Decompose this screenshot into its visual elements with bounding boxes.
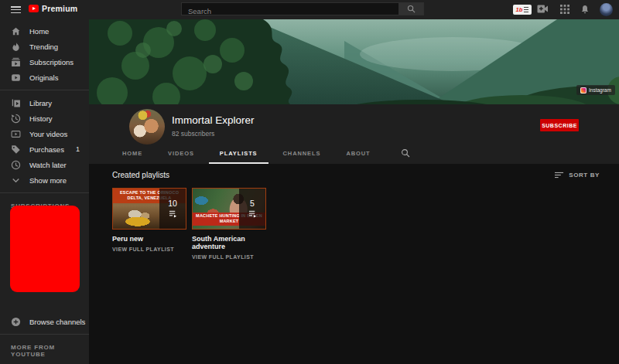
- home-icon: [11, 26, 21, 36]
- library-icon: [11, 98, 21, 108]
- playlists-content: Created playlists SORT BY ESCAPE TO THE …: [89, 164, 619, 364]
- channel-avatar[interactable]: [129, 109, 165, 145]
- notifications-bell-icon[interactable]: [580, 5, 590, 15]
- sidebar-item-browse-channels[interactable]: Browse channels: [0, 314, 89, 329]
- video-count: 10: [168, 199, 177, 208]
- sidebar-item-show-more[interactable]: Show more: [0, 172, 89, 188]
- sort-by-label: SORT BY: [569, 172, 600, 179]
- sort-by-button[interactable]: SORT BY: [555, 172, 600, 179]
- sidebar-label: Purchases: [29, 145, 64, 154]
- extension-menu-lines: [524, 7, 528, 12]
- subscribe-button[interactable]: SUBSCRIBE: [540, 119, 579, 131]
- search-icon: [401, 148, 410, 158]
- sidebar-item-your-videos[interactable]: Your videos: [0, 126, 89, 141]
- instagram-icon: [580, 87, 587, 94]
- tab-videos[interactable]: VIDEOS: [157, 142, 205, 164]
- sidebar-label: History: [29, 114, 53, 123]
- video-count-overlay: 5: [239, 189, 265, 229]
- sidebar-item-subscriptions[interactable]: Subscriptions: [0, 54, 89, 70]
- playlist-play-icon: [248, 209, 257, 219]
- extension-1b-icon[interactable]: 1b: [513, 5, 532, 15]
- sidebar-label: Watch later: [29, 161, 67, 169]
- redacted-subscriptions-block: [10, 206, 80, 292]
- sidebar-label: Browse channels: [29, 318, 85, 326]
- sidebar-item-purchases[interactable]: Purchases 1: [0, 141, 89, 157]
- view-full-playlist-link[interactable]: VIEW FULL PLAYLIST: [192, 254, 266, 260]
- purchases-count-badge: 1: [76, 145, 80, 153]
- view-full-playlist-link[interactable]: VIEW FULL PLAYLIST: [112, 247, 186, 252]
- channel-tabs: HOME VIDEOS PLAYLISTS CHANNELS ABOUT: [111, 142, 413, 164]
- sidebar-item-watch-later[interactable]: Watch later: [0, 157, 89, 172]
- sidebar-label: Originals: [29, 73, 59, 82]
- subscriber-count: 82 subscribers: [172, 130, 214, 138]
- section-title: Created playlists: [112, 171, 169, 179]
- tab-about[interactable]: ABOUT: [335, 142, 381, 164]
- sidebar-label: Your videos: [29, 130, 67, 138]
- sidebar-item-library[interactable]: Library: [0, 95, 89, 111]
- playlist-play-icon: [169, 209, 177, 219]
- watch-later-clock-icon: [11, 160, 21, 170]
- search-icon: [407, 5, 416, 13]
- sidebar-label: Trending: [29, 43, 58, 51]
- search-box: [181, 2, 399, 15]
- channel-header: Immortal Explorer 82 subscribers SUBSCRI…: [89, 104, 619, 164]
- playlist-card-peru-new[interactable]: ESCAPE TO THE ORINOCO DELTA, VENEZUELA 1…: [112, 188, 186, 260]
- video-count: 5: [250, 199, 255, 208]
- account-avatar[interactable]: [600, 3, 613, 16]
- playlist-card-south-american-adventure[interactable]: MACHETE HUNTING IN BELEN MARKET 5 South …: [192, 188, 266, 260]
- plus-circle-icon: [11, 317, 21, 327]
- purchases-tag-icon: [11, 145, 21, 155]
- youtube-play-logo-icon: [29, 5, 39, 12]
- instagram-link-badge[interactable]: Instagram: [576, 85, 615, 95]
- jungle-banner-art: [89, 19, 619, 104]
- playlist-cards: ESCAPE TO THE ORINOCO DELTA, VENEZUELA 1…: [112, 188, 266, 260]
- sidebar: Home Trending Subscriptions Originals Li…: [0, 19, 89, 364]
- channel-search-button[interactable]: [398, 142, 413, 164]
- sidebar-item-originals[interactable]: Originals: [0, 70, 89, 85]
- sidebar-label: Subscriptions: [29, 58, 74, 66]
- tab-home[interactable]: HOME: [111, 142, 153, 164]
- sidebar-label: Home: [29, 27, 49, 36]
- search-button[interactable]: [398, 2, 424, 15]
- logo-label: Premium: [42, 4, 77, 13]
- sidebar-label: Show more: [29, 176, 67, 185]
- search-input[interactable]: [182, 5, 411, 17]
- playlist-title[interactable]: South American adventure: [192, 235, 266, 250]
- more-from-youtube-header: MORE FROM YOUTUBE: [0, 339, 89, 362]
- sidebar-item-home[interactable]: Home: [0, 23, 89, 39]
- sidebar-item-trending[interactable]: Trending: [0, 39, 89, 54]
- tab-playlists[interactable]: PLAYLISTS: [209, 142, 268, 164]
- hamburger-menu-icon[interactable]: [11, 6, 21, 13]
- apps-grid-icon[interactable]: [560, 5, 569, 14]
- sidebar-divider: [0, 90, 89, 90]
- subscriptions-icon: [11, 57, 21, 67]
- originals-icon: [11, 73, 21, 83]
- youtube-app: Premium 1b Home Trending: [0, 0, 619, 364]
- channel-name: Immortal Explorer: [172, 114, 255, 126]
- extension-badge-label: 1b: [516, 6, 523, 13]
- youtube-premium-logo[interactable]: Premium: [29, 4, 77, 13]
- sidebar-item-history[interactable]: History: [0, 111, 89, 126]
- history-icon: [11, 114, 21, 124]
- chevron-down-icon: [11, 175, 21, 185]
- playlist-title[interactable]: Peru new: [112, 235, 186, 243]
- channel-banner: Instagram: [89, 19, 619, 104]
- sort-icon: [555, 172, 564, 179]
- create-video-icon[interactable]: [537, 5, 549, 13]
- your-videos-icon: [11, 129, 21, 139]
- sidebar-divider: [0, 192, 89, 193]
- masthead: Premium 1b: [0, 0, 619, 19]
- trending-flame-icon: [11, 42, 21, 52]
- video-count-overlay: 10: [159, 189, 186, 229]
- tab-channels[interactable]: CHANNELS: [272, 142, 332, 164]
- playlist-thumbnail[interactable]: MACHETE HUNTING IN BELEN MARKET 5: [192, 188, 266, 230]
- sidebar-label: Library: [29, 99, 52, 107]
- playlist-thumbnail[interactable]: ESCAPE TO THE ORINOCO DELTA, VENEZUELA 1…: [112, 188, 186, 230]
- sidebar-divider: [0, 334, 89, 335]
- instagram-label: Instagram: [589, 87, 611, 93]
